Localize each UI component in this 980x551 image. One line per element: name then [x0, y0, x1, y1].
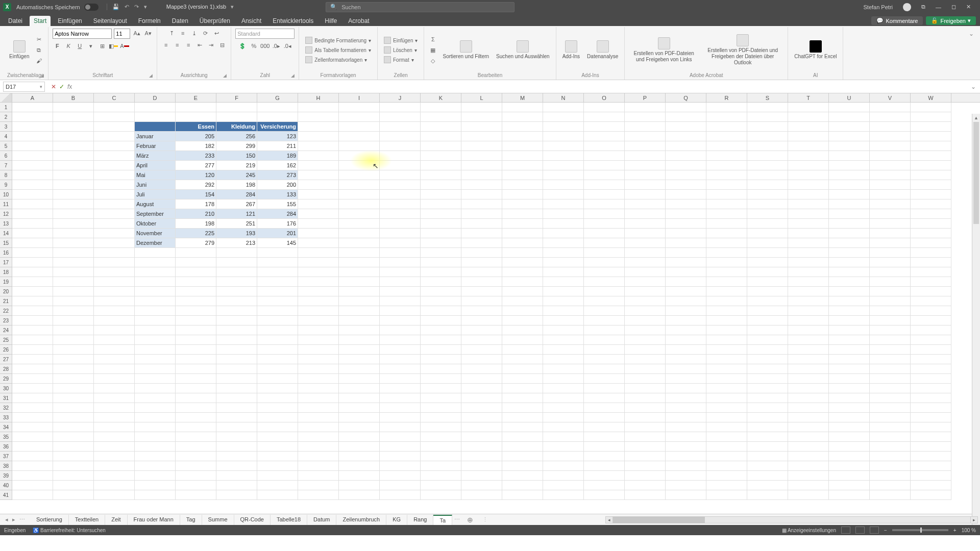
cell[interactable] — [339, 277, 380, 287]
cell[interactable] — [625, 374, 666, 384]
cell[interactable] — [339, 403, 380, 413]
cell[interactable] — [421, 325, 461, 335]
cell[interactable] — [543, 287, 584, 296]
cell[interactable] — [298, 180, 339, 190]
cell[interactable] — [502, 442, 543, 452]
cell[interactable] — [12, 277, 53, 287]
cell[interactable] — [461, 384, 502, 393]
cell[interactable] — [502, 229, 543, 238]
row-header[interactable]: 25 — [0, 335, 12, 345]
cell[interactable] — [53, 413, 94, 422]
cell[interactable] — [911, 374, 951, 384]
cell[interactable]: November — [135, 229, 176, 238]
cell[interactable] — [176, 296, 216, 306]
cell[interactable] — [788, 403, 829, 413]
cell[interactable] — [747, 384, 788, 393]
cell[interactable] — [788, 384, 829, 393]
cell[interactable] — [747, 345, 788, 355]
cell[interactable]: 198 — [176, 219, 216, 229]
cell[interactable] — [788, 277, 829, 287]
column-header[interactable]: G — [257, 93, 298, 102]
cell[interactable] — [461, 199, 502, 209]
cell[interactable] — [12, 141, 53, 151]
autosave-toggle[interactable]: Automatisches Speichern — [16, 4, 99, 11]
cell[interactable] — [298, 490, 339, 500]
cell[interactable] — [625, 461, 666, 471]
cell[interactable] — [911, 325, 951, 335]
cell[interactable] — [298, 306, 339, 316]
redo-icon[interactable]: ↷ — [134, 4, 139, 10]
cell[interactable] — [461, 170, 502, 180]
cell[interactable] — [176, 345, 216, 355]
cell[interactable] — [421, 132, 461, 141]
cell[interactable] — [870, 325, 911, 335]
cell[interactable]: März — [135, 151, 176, 161]
indent-decrease-icon[interactable]: ⇤ — [195, 40, 204, 49]
cell[interactable]: 279 — [176, 238, 216, 248]
cell[interactable] — [339, 374, 380, 384]
cell[interactable] — [461, 364, 502, 374]
cell[interactable] — [380, 422, 421, 432]
cell[interactable] — [53, 393, 94, 403]
cell[interactable] — [216, 490, 257, 500]
cell[interactable] — [339, 325, 380, 335]
cell[interactable] — [135, 393, 176, 403]
cell[interactable] — [461, 277, 502, 287]
row-header[interactable]: 4 — [0, 132, 12, 141]
cell[interactable] — [421, 316, 461, 325]
cell[interactable]: 155 — [257, 199, 298, 209]
cell[interactable] — [94, 219, 135, 229]
cell[interactable] — [380, 112, 421, 122]
cell[interactable] — [339, 306, 380, 316]
cell[interactable] — [666, 432, 706, 442]
row-header[interactable]: 32 — [0, 403, 12, 413]
cell[interactable] — [94, 403, 135, 413]
cell[interactable] — [911, 199, 951, 209]
cell[interactable] — [298, 393, 339, 403]
cell[interactable] — [339, 335, 380, 345]
cell[interactable] — [135, 277, 176, 287]
cell[interactable] — [706, 161, 747, 170]
cell[interactable] — [666, 287, 706, 296]
cell[interactable] — [298, 452, 339, 461]
thousands-icon[interactable]: 000 — [260, 41, 270, 51]
cell[interactable] — [257, 267, 298, 277]
cell[interactable] — [502, 287, 543, 296]
cell[interactable] — [666, 219, 706, 229]
italic-button[interactable]: K — [64, 41, 73, 51]
row-header[interactable]: 34 — [0, 422, 12, 432]
cell[interactable] — [298, 325, 339, 335]
cell[interactable] — [911, 219, 951, 229]
cell[interactable] — [380, 180, 421, 190]
row-header[interactable]: 13 — [0, 219, 12, 229]
column-header[interactable]: J — [380, 93, 421, 102]
tab-acrobat[interactable]: Acrobat — [344, 16, 373, 26]
cell[interactable] — [911, 481, 951, 490]
cell[interactable] — [543, 316, 584, 325]
column-header[interactable]: L — [461, 93, 502, 102]
cell[interactable] — [421, 452, 461, 461]
cell[interactable] — [870, 180, 911, 190]
cell[interactable] — [216, 374, 257, 384]
cell[interactable] — [584, 248, 625, 258]
cell[interactable] — [339, 296, 380, 306]
cell[interactable] — [298, 422, 339, 432]
column-header[interactable]: E — [176, 93, 216, 102]
cell[interactable] — [380, 481, 421, 490]
cell[interactable] — [584, 151, 625, 161]
cell[interactable] — [625, 209, 666, 219]
confirm-icon[interactable]: ✓ — [59, 83, 64, 90]
tab-hilfe[interactable]: Hilfe — [321, 16, 341, 26]
cell[interactable] — [53, 199, 94, 209]
cell[interactable] — [502, 190, 543, 199]
cell[interactable] — [829, 355, 870, 364]
cell[interactable] — [543, 277, 584, 287]
cell[interactable] — [298, 122, 339, 132]
cell[interactable] — [747, 471, 788, 481]
cell[interactable] — [135, 325, 176, 335]
row-header[interactable]: 14 — [0, 229, 12, 238]
cell[interactable] — [461, 209, 502, 219]
cell[interactable] — [12, 209, 53, 219]
cell[interactable] — [625, 393, 666, 403]
cell[interactable] — [257, 364, 298, 374]
